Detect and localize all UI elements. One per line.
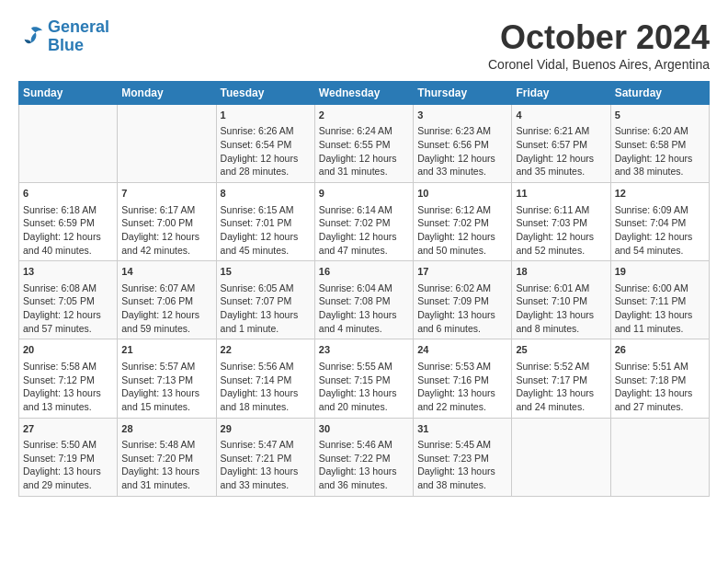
day-info-line: Sunrise: 6:14 AM	[319, 203, 409, 217]
page-header: General Blue October 2024 Coronel Vidal,…	[18, 18, 710, 72]
day-info-line: Sunset: 7:02 PM	[319, 216, 409, 230]
day-info-line: Sunset: 7:07 PM	[221, 294, 311, 308]
day-info-line: Sunrise: 5:50 AM	[23, 438, 113, 452]
calendar-cell: 15Sunrise: 6:05 AMSunset: 7:07 PMDayligh…	[216, 261, 314, 339]
logo-text: General Blue	[48, 18, 109, 55]
calendar-cell: 26Sunrise: 5:51 AMSunset: 7:18 PMDayligh…	[610, 339, 709, 418]
calendar-cell: 22Sunrise: 5:56 AMSunset: 7:14 PMDayligh…	[216, 339, 314, 418]
day-info-line: Daylight: 12 hours and 33 minutes.	[417, 152, 507, 178]
day-info-line: Daylight: 13 hours and 27 minutes.	[615, 386, 705, 413]
day-info-line: Sunrise: 5:46 AM	[319, 438, 409, 452]
day-info-line: Sunrise: 6:21 AM	[516, 124, 606, 138]
calendar-cell: 6Sunrise: 6:18 AMSunset: 6:59 PMDaylight…	[19, 183, 118, 261]
day-info-line: Daylight: 13 hours and 24 minutes.	[516, 386, 606, 413]
day-info-line: Sunrise: 6:24 AM	[319, 124, 409, 138]
day-info-line: Sunset: 6:59 PM	[23, 216, 113, 230]
calendar-cell	[512, 418, 610, 496]
day-info-line: Daylight: 12 hours and 40 minutes.	[23, 230, 113, 257]
logo: General Blue	[18, 18, 109, 55]
day-info-line: Sunset: 7:22 PM	[319, 452, 409, 465]
day-info-line: Sunrise: 5:47 AM	[221, 438, 311, 452]
day-info-line: Sunrise: 6:11 AM	[516, 203, 606, 217]
day-info-line: Sunset: 7:08 PM	[319, 294, 409, 308]
week-row-2: 6Sunrise: 6:18 AMSunset: 6:59 PMDaylight…	[19, 183, 710, 261]
calendar-cell	[118, 105, 216, 183]
day-info-line: Daylight: 12 hours and 59 minutes.	[121, 308, 211, 335]
calendar-cell: 24Sunrise: 5:53 AMSunset: 7:16 PMDayligh…	[414, 339, 512, 418]
calendar-cell: 11Sunrise: 6:11 AMSunset: 7:03 PMDayligh…	[512, 183, 610, 261]
day-number: 31	[417, 422, 507, 436]
day-info-line: Daylight: 12 hours and 28 minutes.	[221, 152, 311, 178]
day-info-line: Daylight: 13 hours and 8 minutes.	[516, 308, 606, 335]
day-info-line: Sunset: 7:00 PM	[121, 216, 211, 230]
day-info-line: Sunrise: 5:52 AM	[516, 360, 606, 373]
day-info-line: Sunset: 7:14 PM	[221, 373, 311, 387]
day-info-line: Sunset: 7:02 PM	[417, 216, 507, 230]
calendar-cell: 28Sunrise: 5:48 AMSunset: 7:20 PMDayligh…	[118, 418, 216, 496]
day-number: 23	[319, 343, 409, 357]
day-info-line: Sunrise: 6:12 AM	[417, 203, 507, 217]
day-info-line: Sunrise: 6:20 AM	[615, 124, 705, 138]
day-number: 2	[319, 109, 409, 122]
day-info-line: Daylight: 12 hours and 47 minutes.	[319, 230, 409, 257]
day-info-line: Daylight: 13 hours and 1 minute.	[221, 308, 311, 335]
day-number: 4	[516, 109, 606, 122]
calendar-cell: 8Sunrise: 6:15 AMSunset: 7:01 PMDaylight…	[216, 183, 314, 261]
day-info-line: Daylight: 13 hours and 6 minutes.	[417, 308, 507, 335]
month-title: October 2024	[488, 18, 710, 57]
day-info-line: Daylight: 12 hours and 50 minutes.	[417, 230, 507, 257]
calendar-cell: 20Sunrise: 5:58 AMSunset: 7:12 PMDayligh…	[19, 339, 118, 418]
day-info-line: Daylight: 13 hours and 38 minutes.	[417, 465, 507, 491]
day-number: 11	[516, 187, 606, 201]
day-info-line: Sunset: 6:58 PM	[615, 138, 705, 152]
logo-line1: General	[48, 17, 109, 36]
day-number: 1	[221, 109, 311, 122]
day-info-line: Sunset: 7:18 PM	[615, 373, 705, 387]
day-info-line: Sunrise: 6:01 AM	[516, 282, 606, 295]
day-number: 30	[319, 422, 409, 436]
calendar-cell	[19, 105, 118, 183]
day-info-line: Daylight: 13 hours and 11 minutes.	[615, 308, 705, 335]
calendar-cell: 12Sunrise: 6:09 AMSunset: 7:04 PMDayligh…	[610, 183, 709, 261]
day-info-line: Sunrise: 6:02 AM	[417, 282, 507, 295]
day-info-line: Sunrise: 5:45 AM	[417, 438, 507, 452]
day-info-line: Sunrise: 5:55 AM	[319, 360, 409, 373]
header-cell-wednesday: Wednesday	[314, 82, 413, 105]
day-number: 3	[417, 109, 507, 122]
day-info-line: Sunrise: 5:53 AM	[417, 360, 507, 373]
calendar-cell: 13Sunrise: 6:08 AMSunset: 7:05 PMDayligh…	[19, 261, 118, 339]
day-info-line: Sunset: 7:23 PM	[417, 452, 507, 465]
day-number: 14	[121, 265, 211, 279]
day-number: 21	[121, 343, 211, 357]
logo-line2: Blue	[48, 36, 84, 54]
day-info-line: Sunrise: 6:07 AM	[121, 282, 211, 295]
day-number: 25	[516, 343, 606, 357]
calendar-cell: 31Sunrise: 5:45 AMSunset: 7:23 PMDayligh…	[414, 418, 512, 496]
calendar-body: 1Sunrise: 6:26 AMSunset: 6:54 PMDaylight…	[19, 105, 710, 497]
day-info-line: Daylight: 12 hours and 57 minutes.	[23, 308, 113, 335]
day-number: 27	[23, 422, 113, 436]
day-number: 16	[319, 265, 409, 279]
day-info-line: Sunrise: 6:04 AM	[319, 282, 409, 295]
logo-icon	[18, 24, 44, 50]
day-info-line: Sunset: 7:10 PM	[516, 294, 606, 308]
day-number: 15	[221, 265, 311, 279]
calendar-cell: 10Sunrise: 6:12 AMSunset: 7:02 PMDayligh…	[414, 183, 512, 261]
day-info-line: Sunrise: 6:05 AM	[221, 282, 311, 295]
day-info-line: Sunset: 7:21 PM	[221, 452, 311, 465]
day-number: 18	[516, 265, 606, 279]
header-row: SundayMondayTuesdayWednesdayThursdayFrid…	[19, 82, 710, 105]
calendar-cell	[610, 418, 709, 496]
calendar-cell: 9Sunrise: 6:14 AMSunset: 7:02 PMDaylight…	[314, 183, 413, 261]
day-number: 19	[615, 265, 705, 279]
day-info-line: Sunset: 7:04 PM	[615, 216, 705, 230]
week-row-4: 20Sunrise: 5:58 AMSunset: 7:12 PMDayligh…	[19, 339, 710, 418]
day-number: 28	[121, 422, 211, 436]
header-cell-tuesday: Tuesday	[216, 82, 314, 105]
day-info-line: Sunrise: 5:57 AM	[121, 360, 211, 373]
day-info-line: Sunset: 7:06 PM	[121, 294, 211, 308]
day-info-line: Sunset: 7:13 PM	[121, 373, 211, 387]
day-info-line: Sunset: 6:57 PM	[516, 138, 606, 152]
day-info-line: Sunrise: 6:00 AM	[615, 282, 705, 295]
calendar-cell: 7Sunrise: 6:17 AMSunset: 7:00 PMDaylight…	[118, 183, 216, 261]
